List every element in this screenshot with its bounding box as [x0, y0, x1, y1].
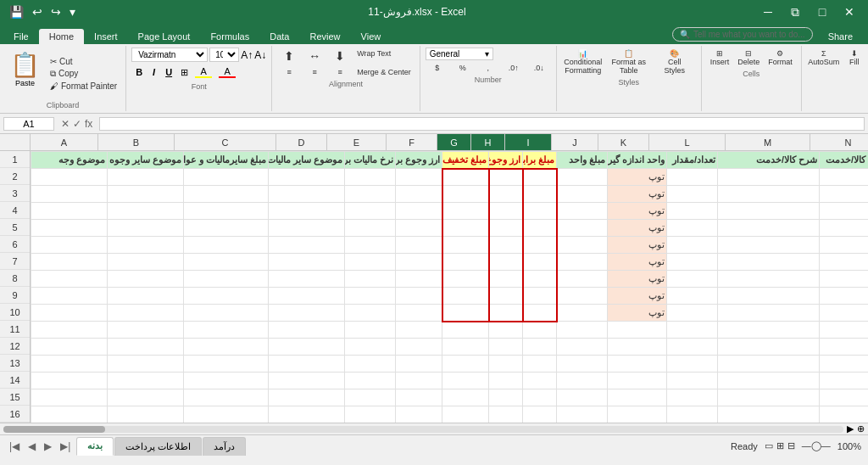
cell-D13[interactable] [667, 356, 718, 373]
col-header-F[interactable]: F [387, 134, 437, 150]
col-header-I[interactable]: I [505, 134, 552, 150]
cell-L10[interactable] [269, 305, 345, 322]
cell-H12[interactable] [489, 339, 523, 356]
cell-G6[interactable] [523, 237, 557, 254]
fill-color-button[interactable]: A [192, 65, 214, 79]
cell-L8[interactable] [269, 271, 345, 288]
cell-D3[interactable] [667, 186, 718, 203]
cell-G15[interactable] [523, 389, 557, 406]
cell-L11[interactable] [269, 322, 345, 339]
cell-D8[interactable] [667, 271, 718, 288]
cell-C3[interactable] [718, 186, 820, 203]
col-header-M[interactable]: M [726, 134, 810, 150]
header-cell-J[interactable]: ارز وجوع برابری ارز با ریال [396, 152, 442, 169]
cell-O15[interactable] [31, 389, 108, 406]
cell-N12[interactable] [108, 339, 184, 356]
cell-H3[interactable] [489, 186, 523, 203]
cell-styles-button[interactable]: 🎨 Cell Styles [654, 48, 696, 76]
cell-D12[interactable] [667, 339, 718, 356]
cell-G11[interactable] [523, 322, 557, 339]
cell-I4[interactable] [442, 203, 489, 220]
font-name-select[interactable]: Vazirmatn [131, 48, 208, 62]
cell-N14[interactable] [108, 373, 184, 389]
cell-G5[interactable] [523, 220, 557, 237]
add-sheet-btn[interactable]: ⊕ [854, 423, 868, 434]
cell-M6[interactable] [184, 237, 269, 254]
cell-G2[interactable] [523, 169, 557, 186]
cell-N6[interactable] [108, 237, 184, 254]
cell-H4[interactable] [489, 203, 523, 220]
cell-K10[interactable] [345, 305, 396, 322]
comma-button[interactable]: % [451, 62, 475, 74]
cell-C4[interactable] [718, 203, 820, 220]
cell-L15[interactable] [269, 389, 345, 406]
increase-decimal-button[interactable]: .0↑ [502, 62, 526, 74]
cell-N4[interactable] [108, 203, 184, 220]
cell-B13[interactable] [820, 356, 869, 373]
cell-E4[interactable]: توپ [608, 203, 667, 220]
cell-M12[interactable] [184, 339, 269, 356]
cell-O8[interactable] [31, 271, 108, 288]
cell-F10[interactable] [557, 305, 608, 322]
cell-K16[interactable] [345, 406, 396, 423]
cell-I3[interactable] [442, 186, 489, 203]
cell-H16[interactable] [489, 406, 523, 423]
cell-M10[interactable] [184, 305, 269, 322]
cell-K14[interactable] [345, 373, 396, 389]
cell-N8[interactable] [108, 271, 184, 288]
window-controls[interactable]: ─ ⧉ □ ✕ [756, 0, 861, 24]
sheet-nav[interactable]: |◀ ◀ ▶ ▶| [0, 440, 73, 452]
cell-E3[interactable]: توپ [608, 186, 667, 203]
cell-O9[interactable] [31, 288, 108, 305]
cell-D16[interactable] [667, 406, 718, 423]
cell-C9[interactable] [718, 288, 820, 305]
cell-I10[interactable] [442, 305, 489, 322]
col-header-A[interactable]: A [31, 134, 98, 150]
cell-B5[interactable] [820, 220, 869, 237]
format-painter-button[interactable]: 🖌 Format Painter [47, 81, 120, 92]
zoom-slider[interactable]: —◯— [802, 440, 831, 451]
cell-N10[interactable] [108, 305, 184, 322]
cell-C13[interactable] [718, 356, 820, 373]
close-btn[interactable]: ✕ [837, 0, 861, 24]
cell-C6[interactable] [718, 237, 820, 254]
cell-K2[interactable] [345, 169, 396, 186]
cell-B6[interactable] [820, 237, 869, 254]
cell-F15[interactable] [557, 389, 608, 406]
header-cell-N[interactable]: موضوع سایر وجوه [108, 152, 184, 169]
cell-M5[interactable] [184, 220, 269, 237]
sheet-tab-payment[interactable]: اطلاعات پرداخت [114, 437, 202, 456]
delete-button[interactable]: ⊟ Delete [734, 48, 763, 68]
cell-reference-box[interactable] [3, 117, 54, 131]
scroll-right-btn[interactable]: ▶ [847, 423, 854, 434]
header-cell-O[interactable]: موضوع وجه [31, 152, 108, 169]
cell-K7[interactable] [345, 254, 396, 271]
cell-M2[interactable] [184, 169, 269, 186]
cell-C11[interactable] [718, 322, 820, 339]
cell-M3[interactable] [184, 186, 269, 203]
cell-B14[interactable] [820, 373, 869, 389]
cell-H10[interactable] [489, 305, 523, 322]
cell-H5[interactable] [489, 220, 523, 237]
cell-L16[interactable] [269, 406, 345, 423]
cell-B15[interactable] [820, 389, 869, 406]
cell-E9[interactable]: توپ [608, 288, 667, 305]
cell-E11[interactable] [608, 322, 667, 339]
cell-M13[interactable] [184, 356, 269, 373]
cell-I6[interactable] [442, 237, 489, 254]
undo-quick-btn[interactable]: ↩ [30, 5, 45, 19]
col-header-E[interactable]: E [327, 134, 387, 150]
col-header-J[interactable]: J [552, 134, 598, 150]
tab-file[interactable]: File [3, 29, 39, 44]
col-header-D[interactable]: D [276, 134, 327, 150]
cell-J10[interactable] [396, 305, 442, 322]
cell-B8[interactable] [820, 271, 869, 288]
cell-E6[interactable]: توپ [608, 237, 667, 254]
cell-C14[interactable] [718, 373, 820, 389]
cell-G16[interactable] [523, 406, 557, 423]
cell-B9[interactable] [820, 288, 869, 305]
cell-D10[interactable] [667, 305, 718, 322]
cell-O3[interactable] [31, 186, 108, 203]
cell-I5[interactable] [442, 220, 489, 237]
font-color-button[interactable]: A [216, 65, 238, 79]
